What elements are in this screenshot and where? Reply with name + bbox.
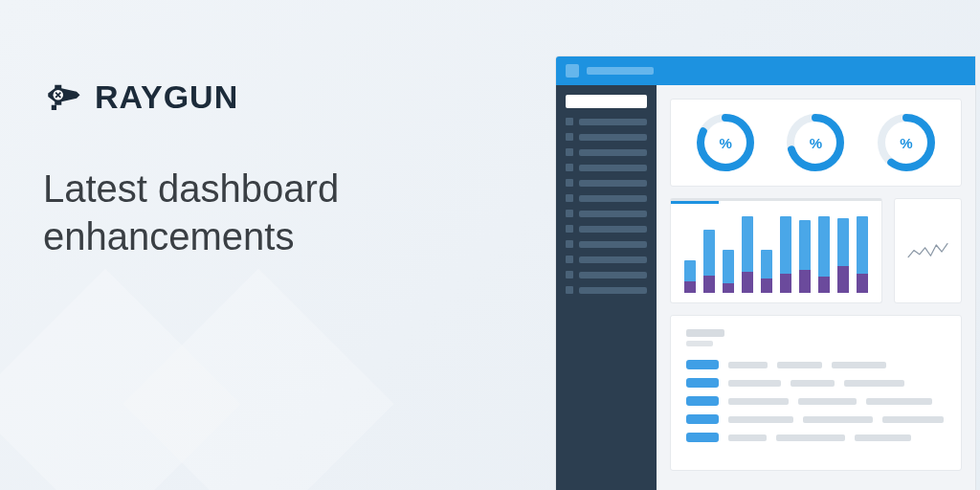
mock-window-titlebar [556, 56, 975, 85]
mock-bar-column [723, 216, 734, 293]
page-headline: Latest dashboard enhancements [43, 165, 426, 260]
mock-bar-column [761, 216, 772, 293]
mock-sidebar-item [566, 240, 647, 248]
brand-name: RAYGUN [95, 78, 238, 116]
mock-gauge: % [696, 113, 755, 172]
mock-bar-column [837, 216, 849, 293]
mock-list-card [670, 315, 962, 471]
mock-bar-column [857, 216, 868, 293]
mock-app-icon [566, 64, 579, 78]
mock-list-row [686, 414, 946, 424]
mock-bar-column [780, 216, 791, 293]
mock-gauge-row: %%% [670, 99, 962, 187]
mock-bar-column [742, 216, 753, 293]
mock-bar-column [684, 216, 696, 293]
mock-sidebar-item [566, 164, 647, 171]
mock-bar-column [799, 216, 811, 293]
mock-sidebar [556, 85, 657, 490]
mock-sidebar-item [566, 210, 647, 217]
mock-sidebar-item [566, 286, 647, 294]
mock-main-content: %%% [657, 85, 975, 490]
mock-gauge: % [877, 113, 936, 172]
mock-sidebar-item [566, 148, 647, 156]
mock-titlebar-text [587, 67, 654, 75]
mock-list-row [686, 396, 946, 406]
background-decoration [0, 251, 431, 490]
mock-sidebar-item [566, 179, 647, 187]
mock-list-row [686, 378, 946, 388]
mock-list-row [686, 360, 946, 369]
mock-bar-column [818, 216, 830, 293]
svg-rect-1 [52, 105, 56, 110]
dashboard-mockup: %%% [555, 56, 976, 490]
mock-sidebar-item [566, 194, 647, 202]
raygun-icon [43, 77, 83, 117]
mock-sidebar-item [566, 225, 647, 233]
mock-sidebar-item [566, 118, 647, 125]
mock-bar-chart [670, 198, 882, 303]
mock-gauge: % [786, 113, 845, 172]
mock-bar-column [703, 216, 715, 293]
mock-search-input [566, 95, 647, 108]
mock-line-chart [894, 198, 962, 303]
mock-sidebar-item [566, 271, 647, 278]
mock-sidebar-item [566, 256, 647, 263]
mock-sidebar-item [566, 133, 647, 141]
brand-logo: RAYGUN [43, 77, 426, 117]
mock-list-row [686, 433, 946, 442]
